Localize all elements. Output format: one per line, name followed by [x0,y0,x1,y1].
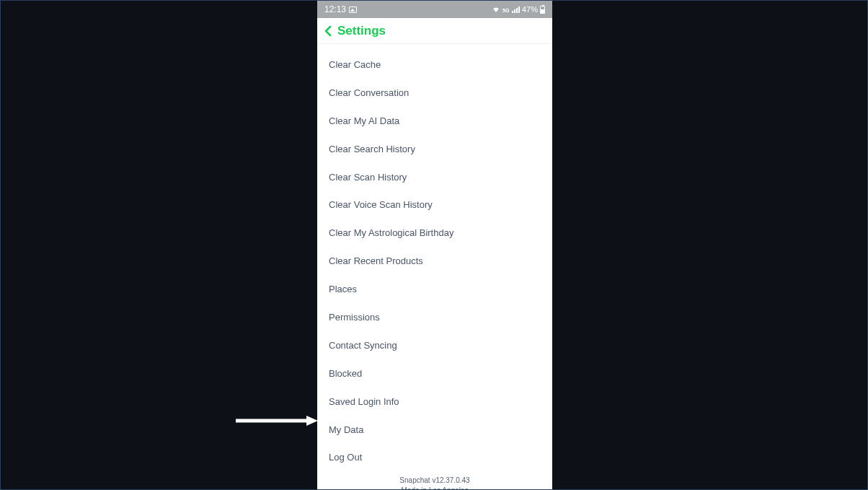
settings-item-clear-cache[interactable]: Clear Cache [317,51,552,79]
phone-frame: 12:13 5G 47% Settings Clear Cache [317,1,552,490]
svg-text:5G: 5G [502,8,510,13]
battery-percent: 47% [522,5,538,14]
settings-item-clear-my-ai-data[interactable]: Clear My AI Data [317,108,552,136]
settings-item-clear-astrological-birthday[interactable]: Clear My Astrological Birthday [317,219,552,248]
settings-item-clear-scan-history[interactable]: Clear Scan History [317,164,552,192]
status-time: 12:13 [324,4,346,14]
chevron-left-icon [324,25,332,37]
status-bar: 12:13 5G 47% [317,1,552,18]
settings-list[interactable]: Clear Cache Clear Conversation Clear My … [317,44,552,490]
settings-item-contact-syncing[interactable]: Contact Syncing [317,332,552,360]
footer-info: Snapchat v12.37.0.43 Made in Los Angeles [317,472,552,490]
settings-item-my-data[interactable]: My Data [317,416,552,445]
settings-item-permissions[interactable]: Permissions [317,304,552,332]
app-version: Snapchat v12.37.0.43 [317,476,552,486]
app-location: Made in Los Angeles [317,486,552,490]
settings-item-clear-voice-scan-history[interactable]: Clear Voice Scan History [317,191,552,219]
settings-item-clear-recent-products[interactable]: Clear Recent Products [317,248,552,276]
settings-item-clear-conversation[interactable]: Clear Conversation [317,79,552,108]
battery-icon [540,6,545,14]
arrow-annotation [236,416,318,426]
wifi-icon [492,6,500,13]
settings-item-places[interactable]: Places [317,276,552,304]
settings-item-blocked[interactable]: Blocked [317,360,552,388]
signal-icon [512,6,520,13]
status-bar-right: 5G 47% [492,5,545,14]
settings-item-log-out[interactable]: Log Out [317,444,552,472]
settings-item-saved-login-info[interactable]: Saved Login Info [317,388,552,416]
settings-item-clear-search-history[interactable]: Clear Search History [317,136,552,164]
arrow-right-icon [236,416,318,426]
page-title: Settings [337,24,386,38]
picture-icon [349,6,357,13]
svg-marker-2 [306,416,318,426]
status-bar-left: 12:13 [324,4,357,14]
back-button[interactable]: Settings [324,24,386,38]
network-icon: 5G [502,6,510,13]
app-header: Settings [317,18,552,44]
